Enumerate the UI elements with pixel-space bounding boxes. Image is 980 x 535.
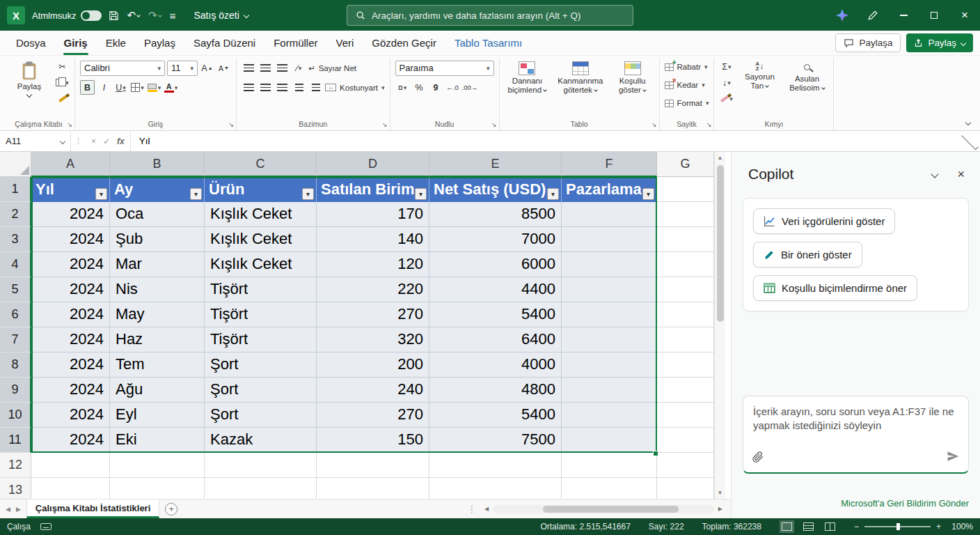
name-box[interactable]: A11 <box>0 131 71 151</box>
feedback-link[interactable]: Microsoft'a Geri Bildirim Gönder <box>841 498 969 509</box>
expand-formula-bar-icon[interactable] <box>961 132 979 150</box>
cell-A12[interactable] <box>31 453 110 478</box>
row-header-11[interactable]: 11 <box>0 428 31 453</box>
row-header-5[interactable]: 5 <box>0 277 31 302</box>
cell-F3[interactable] <box>562 227 657 252</box>
row-header-10[interactable]: 10 <box>0 403 31 428</box>
cell-B1[interactable]: Ay▾ <box>110 177 205 202</box>
cell-A11[interactable]: 2024 <box>31 428 110 453</box>
row-header-12[interactable]: 12 <box>0 453 31 478</box>
cell-G11[interactable] <box>657 428 714 453</box>
delete-cells-button[interactable]: Kedar▾ <box>665 77 709 93</box>
cell-E13[interactable] <box>429 478 562 499</box>
copy-button[interactable]: ▾ <box>55 75 70 90</box>
cell-D8[interactable]: 200 <box>317 352 429 378</box>
paste-button[interactable]: Paylaş <box>8 59 51 118</box>
sort-filter-button[interactable]: AZ↓ SayorunTan <box>738 59 781 118</box>
column-header-B[interactable]: B <box>110 152 205 177</box>
cell-A3[interactable]: 2024 <box>31 227 110 252</box>
cell-C10[interactable]: Şort <box>205 403 317 428</box>
insert-function-icon[interactable]: fx <box>117 137 125 146</box>
suggestion-data-insights[interactable]: Veri içgörülerini göster <box>753 208 895 234</box>
cell-G6[interactable] <box>657 302 714 327</box>
decrease-font-button[interactable]: A▼ <box>216 61 231 75</box>
ribbon-tab-sayfa-düzeni[interactable]: Sayfa Düzeni <box>184 31 264 55</box>
cell-A6[interactable]: 2024 <box>31 302 110 327</box>
maximize-button[interactable] <box>919 0 949 31</box>
row-header-4[interactable]: 4 <box>0 252 31 277</box>
cell-E9[interactable]: 4800 <box>429 378 562 403</box>
autosum-button[interactable]: Σ▾ <box>719 59 734 74</box>
dialog-launcher-icon[interactable]: ↘ <box>491 121 497 128</box>
formula-bar-grip[interactable]: ⋮ <box>71 137 86 146</box>
cell-C9[interactable]: Şort <box>205 378 317 403</box>
cell-A4[interactable]: 2024 <box>31 252 110 277</box>
cell-D5[interactable]: 220 <box>317 277 429 302</box>
cell-B8[interactable]: Tem <box>110 352 205 378</box>
dialog-launcher-icon[interactable]: ↘ <box>228 121 234 128</box>
cell-E12[interactable] <box>429 453 562 478</box>
cell-C2[interactable]: Kışlık Ceket <box>205 202 317 227</box>
cell-G4[interactable] <box>657 252 714 277</box>
accessibility-icon[interactable] <box>40 523 52 530</box>
cell-A7[interactable]: 2024 <box>31 327 110 352</box>
add-sheet-button[interactable]: + <box>165 503 177 515</box>
cell-D7[interactable]: 320 <box>317 327 429 352</box>
cell-B12[interactable] <box>110 453 205 478</box>
zoom-in-button[interactable]: + <box>936 522 941 532</box>
filter-icon[interactable]: ▾ <box>547 188 559 200</box>
row-header-2[interactable]: 2 <box>0 202 31 227</box>
minimize-button[interactable] <box>888 0 919 31</box>
cell-G10[interactable] <box>657 403 714 428</box>
cell-B5[interactable]: Nis <box>110 277 205 302</box>
clear-button[interactable]: ▾ <box>719 91 734 106</box>
customize-toolbar-button[interactable]: ≡ <box>170 10 176 22</box>
suggestion-conditional-formatting[interactable]: Koşullu biçimlendirme öner <box>753 275 917 301</box>
font-color-button[interactable]: A▾ <box>164 80 178 95</box>
cell-B10[interactable]: Eyl <box>110 403 205 428</box>
cell-E5[interactable]: 4400 <box>429 277 562 302</box>
scroll-up-icon[interactable]: ▲ <box>718 152 723 164</box>
cell-D1[interactable]: Satılan Birim▾ <box>317 177 429 202</box>
cell-A8[interactable]: 2024 <box>31 352 110 378</box>
cell-E6[interactable]: 5400 <box>429 302 562 327</box>
cell-C6[interactable]: Tişört <box>205 302 317 327</box>
sheet-options-icon[interactable]: ⋮ <box>468 504 476 514</box>
suggestion-show-idea[interactable]: Bir öneri göster <box>753 242 862 268</box>
filter-icon[interactable]: ▾ <box>95 188 107 200</box>
decrease-indent-button[interactable] <box>292 80 306 95</box>
cell-E7[interactable]: 6400 <box>429 327 562 352</box>
cell-G3[interactable] <box>657 227 714 252</box>
cell-D4[interactable]: 120 <box>317 252 429 277</box>
cell-E3[interactable]: 7000 <box>429 227 562 252</box>
formula-input[interactable]: Yıl <box>131 136 960 146</box>
font-name-select[interactable]: Calibri▾ <box>80 61 165 76</box>
autosave-toggle[interactable]: Atmlmsukz <box>32 10 102 21</box>
sheet-tab[interactable]: Çalışma Kitabı İstatistikleri <box>26 499 159 518</box>
close-button[interactable]: × <box>949 0 980 31</box>
increase-font-button[interactable]: A▲ <box>200 61 214 75</box>
search-input[interactable]: Araçları, yardımı ve daha fazlasını aray… <box>347 5 633 26</box>
horizontal-scrollbar[interactable]: ◀ ▶ <box>482 505 725 513</box>
font-size-select[interactable]: 11▾ <box>167 61 198 76</box>
ribbon-tab-tablo-tasarımı[interactable]: Tablo Tasarımı <box>445 31 531 55</box>
cell-B3[interactable]: Şub <box>110 227 205 252</box>
filter-icon[interactable]: ▾ <box>302 188 314 200</box>
status-count[interactable]: Sayı: 222 <box>649 522 684 532</box>
ribbon-tab-formüller[interactable]: Formüller <box>264 31 326 55</box>
cell-D13[interactable] <box>317 478 429 499</box>
row-header-1[interactable]: 1 <box>0 177 31 202</box>
cell-F9[interactable] <box>562 378 657 403</box>
align-bottom-button[interactable] <box>275 61 290 75</box>
vertical-scroll-thumb[interactable] <box>717 165 724 322</box>
cell-C3[interactable]: Kışlık Ceket <box>205 227 317 252</box>
cell-F10[interactable] <box>562 403 657 428</box>
cell-C5[interactable]: Tişört <box>205 277 317 302</box>
cell-A10[interactable]: 2024 <box>31 403 110 428</box>
align-left-button[interactable] <box>242 80 256 95</box>
increase-decimal-button[interactable]: ←.0 <box>445 80 460 95</box>
insert-cells-button[interactable]: Rabatr▾ <box>665 59 709 75</box>
cell-G12[interactable] <box>657 453 714 478</box>
underline-button[interactable]: U▾ <box>113 80 128 95</box>
redo-button[interactable]: ↷ <box>148 9 161 22</box>
